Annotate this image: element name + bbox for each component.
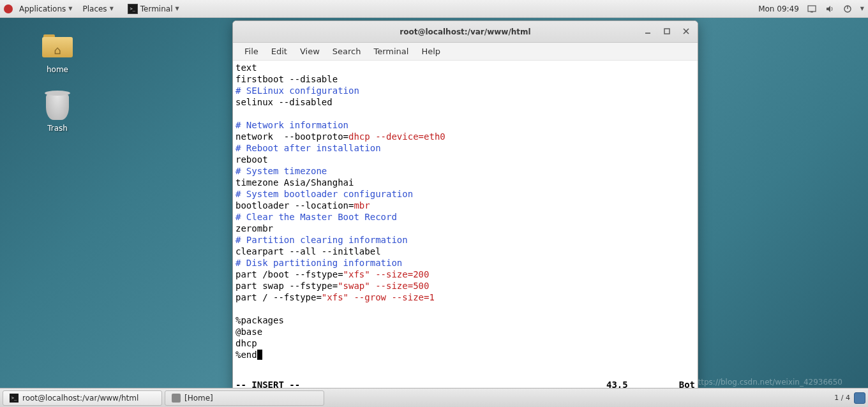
- desktop-icons: home Trash: [32, 31, 83, 152]
- window-title: root@localhost:/var/www/html: [400, 27, 530, 36]
- terminal-line: %packages: [236, 314, 695, 326]
- menu-help[interactable]: Help: [415, 44, 447, 59]
- terminal-line: network --bootproto=dhcp --device=eth0: [236, 131, 695, 142]
- chevron-down-icon: ▼: [176, 6, 179, 11]
- terminal-line: # Network information: [236, 119, 695, 131]
- terminal-line: clearpart --all --initlabel: [236, 246, 695, 257]
- taskbar-item-files[interactable]: [Home]: [165, 390, 324, 406]
- workspace-box-icon: [854, 392, 865, 404]
- menubar: FileEditViewSearchTerminalHelp: [233, 43, 698, 61]
- terminal-line: part /boot --fstype="xfs" --size=200: [236, 269, 695, 280]
- power-icon[interactable]: [842, 4, 853, 14]
- terminal-line: firstboot --disable: [236, 73, 695, 85]
- terminal-launcher[interactable]: Terminal ▼: [124, 3, 183, 15]
- menu-file[interactable]: File: [238, 44, 265, 59]
- terminal-line: bootloader --location=mbr: [236, 200, 695, 211]
- trash-label: Trash: [32, 124, 83, 133]
- terminal-launcher-label: Terminal: [140, 4, 173, 13]
- clock[interactable]: Mon 09:49: [758, 4, 799, 13]
- terminal-icon: [128, 4, 138, 14]
- applications-label: Applications: [19, 4, 66, 13]
- terminal-line: reboot: [236, 154, 695, 165]
- text-cursor: [257, 350, 262, 360]
- taskbar-item-label: root@localhost:/var/www/html: [22, 394, 138, 403]
- chevron-down-icon: ▼: [860, 6, 864, 11]
- places-label: Places: [82, 4, 107, 13]
- top-panel: Applications ▼ Places ▼ Terminal ▼ Mon 0…: [0, 0, 868, 18]
- terminal-line: # Reboot after installation: [236, 142, 695, 154]
- home-label: home: [32, 65, 83, 74]
- taskbar-item-terminal[interactable]: root@localhost:/var/www/html: [3, 390, 162, 406]
- terminal-line: part / --fstype="xfs" --grow --size=1: [236, 292, 695, 303]
- svg-rect-5: [811, 11, 813, 13]
- maximize-icon: [663, 27, 671, 35]
- screen-icon[interactable]: [807, 4, 817, 14]
- workspace-label: 1 / 4: [834, 394, 850, 402]
- applications-menu[interactable]: Applications ▼: [15, 3, 76, 15]
- trash-icon[interactable]: Trash: [32, 93, 83, 133]
- terminal-line: timezone Asia/Shanghai: [236, 177, 695, 188]
- terminal-icon: [10, 394, 19, 403]
- terminal-line: part swap --fstype="swap" --size=500: [236, 280, 695, 292]
- terminal-line: # Partition clearing information: [236, 234, 695, 246]
- svg-rect-9: [664, 29, 670, 34]
- watermark: https://blog.csdn.net/weixin_42936650: [693, 378, 842, 387]
- terminal-line: text: [236, 62, 695, 73]
- home-glyph-icon: [52, 43, 63, 51]
- terminal-line: # Clear the Master Boot Record: [236, 211, 695, 223]
- minimize-button[interactable]: [640, 24, 655, 39]
- menu-terminal[interactable]: Terminal: [367, 44, 415, 59]
- folder-icon: [42, 31, 73, 61]
- terminal-output[interactable]: textfirstboot --disable# SELinux configu…: [233, 61, 698, 380]
- terminal-line: [236, 108, 695, 119]
- close-icon: [682, 27, 690, 35]
- chevron-down-icon: ▼: [110, 6, 114, 11]
- places-menu[interactable]: Places ▼: [79, 3, 117, 15]
- terminal-line: [236, 303, 695, 314]
- workspace-indicator[interactable]: 1 / 4: [834, 392, 865, 404]
- terminal-line: dhcp: [236, 337, 695, 349]
- taskbar-item-label: [Home]: [184, 394, 213, 403]
- distro-icon: [4, 4, 13, 13]
- maximize-button[interactable]: [659, 24, 675, 39]
- files-icon: [172, 394, 181, 403]
- menu-view[interactable]: View: [294, 44, 326, 59]
- menu-edit[interactable]: Edit: [265, 44, 294, 59]
- terminal-line: @base: [236, 326, 695, 337]
- bottom-taskbar: root@localhost:/var/www/html [Home] 1 / …: [0, 388, 868, 407]
- home-folder-icon[interactable]: home: [32, 31, 83, 74]
- terminal-line: zerombr: [236, 223, 695, 234]
- chevron-down-icon: ▼: [68, 6, 72, 11]
- terminal-line: # System timezone: [236, 165, 695, 177]
- menu-search[interactable]: Search: [326, 44, 368, 59]
- terminal-line: # Disk partitioning information: [236, 257, 695, 269]
- terminal-line: # SELinux configuration: [236, 85, 695, 96]
- window-titlebar[interactable]: root@localhost:/var/www/html: [233, 21, 698, 43]
- svg-rect-4: [808, 6, 816, 11]
- close-button[interactable]: [678, 24, 694, 39]
- minimize-icon: [644, 27, 652, 35]
- volume-icon[interactable]: [825, 4, 835, 14]
- trash-bin-icon: [46, 93, 69, 120]
- terminal-line: # System bootloader configuration: [236, 188, 695, 200]
- terminal-window: root@localhost:/var/www/html FileEditVie…: [232, 20, 698, 392]
- terminal-line: selinux --disabled: [236, 96, 695, 108]
- terminal-line: %end: [236, 349, 695, 360]
